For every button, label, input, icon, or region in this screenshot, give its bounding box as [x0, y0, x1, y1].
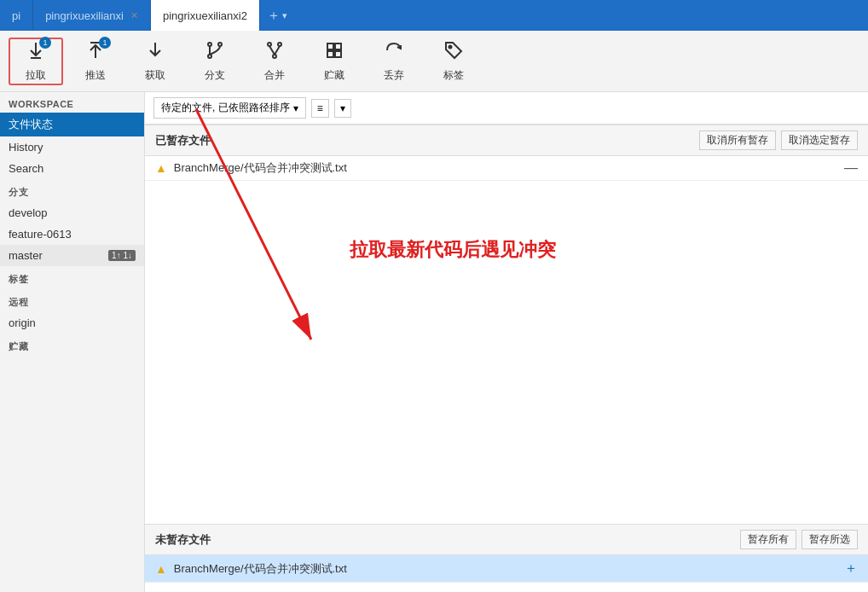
- svg-point-10: [278, 43, 281, 46]
- svg-point-9: [268, 43, 271, 46]
- discard-icon: [384, 40, 404, 66]
- content-area: 待定的文件, 已依照路径排序 ▾ ≡ ▾ 已暂存文件 取消所有暂存 取消选定暂存…: [145, 92, 868, 592]
- discard-button[interactable]: 丢弃: [367, 38, 421, 85]
- fetch-icon: [145, 40, 165, 66]
- annotation-text: 拉取最新代码后遇见冲突: [350, 237, 556, 263]
- unstashed-file-item-0[interactable]: ▲ BranchMerge/代码合并冲突测试.txt ＋: [145, 555, 868, 583]
- sidebar-item-master[interactable]: master 1↑ 1↓: [0, 245, 144, 266]
- stashed-file-item-0: ▲ BranchMerge/代码合并冲突测试.txt —: [145, 156, 868, 181]
- stashed-file-name-0: BranchMerge/代码合并冲突测试.txt: [174, 160, 837, 176]
- branch-label: 分支: [205, 68, 225, 83]
- stashed-files-header: 已暂存文件 取消所有暂存 取消选定暂存: [145, 125, 868, 156]
- tab-pi-label: pi: [12, 9, 20, 22]
- branch-button[interactable]: 分支: [188, 38, 242, 85]
- stashed-files-label: 已暂存文件: [155, 133, 211, 148]
- svg-line-13: [275, 46, 280, 55]
- dropdown-icon: ▾: [282, 10, 287, 21]
- tab-pingrixuexilianxi2[interactable]: pingrixuexilianxi2: [151, 0, 260, 31]
- svg-rect-17: [335, 51, 341, 57]
- stashed-file-minus-icon[interactable]: —: [844, 160, 858, 176]
- sort-filter-dropdown[interactable]: 待定的文件, 已依照路径排序 ▾: [153, 97, 306, 119]
- stash-header: 贮藏: [0, 334, 144, 357]
- tab-pingrixuexilianxi2-label: pingrixuexilianxi2: [163, 9, 247, 22]
- unstashed-files-header: 未暂存文件 暂存所有 暂存所选: [145, 524, 868, 555]
- sidebar-item-file-status[interactable]: 文件状态: [0, 113, 144, 136]
- list-view-dropdown[interactable]: ▾: [334, 99, 351, 118]
- sidebar-item-feature-0613[interactable]: feature-0613: [0, 223, 144, 245]
- pull-button[interactable]: 1 拉取: [9, 38, 63, 85]
- svg-point-7: [208, 55, 211, 58]
- svg-rect-16: [327, 51, 333, 57]
- cancel-all-stash-button[interactable]: 取消所有暂存: [699, 131, 776, 150]
- sidebar-item-origin[interactable]: origin: [0, 312, 144, 334]
- svg-point-11: [273, 55, 276, 58]
- stashed-file-warning-icon: ▲: [155, 161, 167, 175]
- branches-header: 分支: [0, 179, 144, 202]
- tag-label: 标签: [443, 68, 464, 83]
- merge-button[interactable]: 合并: [247, 38, 302, 85]
- workspace-header: WORKSPACE: [0, 92, 144, 113]
- stash-label: 贮藏: [324, 68, 344, 83]
- svg-rect-14: [327, 44, 333, 49]
- tab-pingrixuexilianxi[interactable]: pingrixuexilianxi ✕: [33, 0, 151, 31]
- stash-all-button[interactable]: 暂存所有: [740, 530, 796, 549]
- tab-bar: pi pingrixuexilianxi ✕ pingrixuexilianxi…: [0, 0, 868, 31]
- tag-button[interactable]: 标签: [426, 38, 481, 85]
- tags-header: 标签: [0, 266, 144, 289]
- stash-selected-button[interactable]: 暂存所选: [801, 530, 858, 549]
- pull-badge: 1: [39, 37, 51, 49]
- tab-pingrixuexilianxi-close-icon[interactable]: ✕: [130, 10, 138, 21]
- push-label: 推送: [85, 68, 106, 83]
- master-branch-badge: 1↑ 1↓: [108, 250, 136, 261]
- main-layout: WORKSPACE 文件状态 History Search 分支 develop…: [0, 92, 868, 592]
- tab-pingrixuexilianxi-label: pingrixuexilianxi: [45, 9, 124, 22]
- stashed-files-section: 已暂存文件 取消所有暂存 取消选定暂存 ▲ BranchMerge/代码合并冲突…: [145, 125, 868, 181]
- unstashed-files-actions: 暂存所有 暂存所选: [740, 530, 858, 549]
- stash-button[interactable]: 贮藏: [307, 38, 362, 85]
- tab-pi[interactable]: pi: [0, 0, 33, 31]
- tab-add-button[interactable]: ＋ ▾: [260, 0, 294, 31]
- sidebar-item-develop[interactable]: develop: [0, 202, 144, 223]
- svg-rect-15: [335, 44, 341, 49]
- tag-icon: [443, 40, 464, 66]
- sort-filter-label: 待定的文件, 已依照路径排序: [161, 101, 290, 115]
- push-button[interactable]: 1 推送: [68, 38, 123, 85]
- sort-filter-arrow: ▾: [293, 102, 298, 114]
- push-badge: 1: [99, 37, 111, 49]
- unstashed-file-name-0: BranchMerge/代码合并冲突测试.txt: [174, 561, 837, 577]
- fetch-label: 获取: [145, 68, 165, 83]
- merge-icon: [264, 40, 285, 66]
- unstashed-files-section: 未暂存文件 暂存所有 暂存所选 ▲ BranchMerge/代码合并冲突测试.t…: [145, 524, 868, 592]
- sidebar-item-search[interactable]: Search: [0, 158, 144, 179]
- remotes-header: 远程: [0, 289, 144, 312]
- cancel-selected-stash-button[interactable]: 取消选定暂存: [781, 131, 858, 150]
- svg-point-6: [218, 43, 222, 46]
- discard-label: 丢弃: [384, 68, 404, 83]
- sidebar: WORKSPACE 文件状态 History Search 分支 develop…: [0, 92, 145, 592]
- fetch-button[interactable]: 获取: [128, 38, 182, 85]
- stashed-files-actions: 取消所有暂存 取消选定暂存: [699, 131, 858, 150]
- merge-label: 合并: [264, 68, 285, 83]
- stash-icon: [324, 40, 344, 66]
- unstashed-file-plus-icon[interactable]: ＋: [844, 560, 858, 577]
- unstashed-file-warning-icon: ▲: [155, 562, 167, 576]
- svg-point-5: [208, 43, 211, 46]
- svg-line-12: [269, 46, 275, 55]
- pull-icon: 1: [26, 40, 46, 66]
- branch-icon: [205, 40, 225, 66]
- unstashed-files-label: 未暂存文件: [155, 532, 211, 548]
- toolbar: 1 拉取 1 推送 获取: [0, 31, 868, 92]
- pull-label: 拉取: [26, 68, 46, 83]
- master-branch-label: master: [9, 249, 43, 262]
- sidebar-item-history[interactable]: History: [0, 136, 144, 158]
- filter-bar: 待定的文件, 已依照路径排序 ▾ ≡ ▾: [145, 92, 868, 125]
- push-icon: 1: [85, 40, 106, 66]
- list-view-button[interactable]: ≡: [311, 99, 329, 118]
- svg-point-18: [449, 45, 452, 48]
- plus-icon: ＋: [267, 7, 281, 25]
